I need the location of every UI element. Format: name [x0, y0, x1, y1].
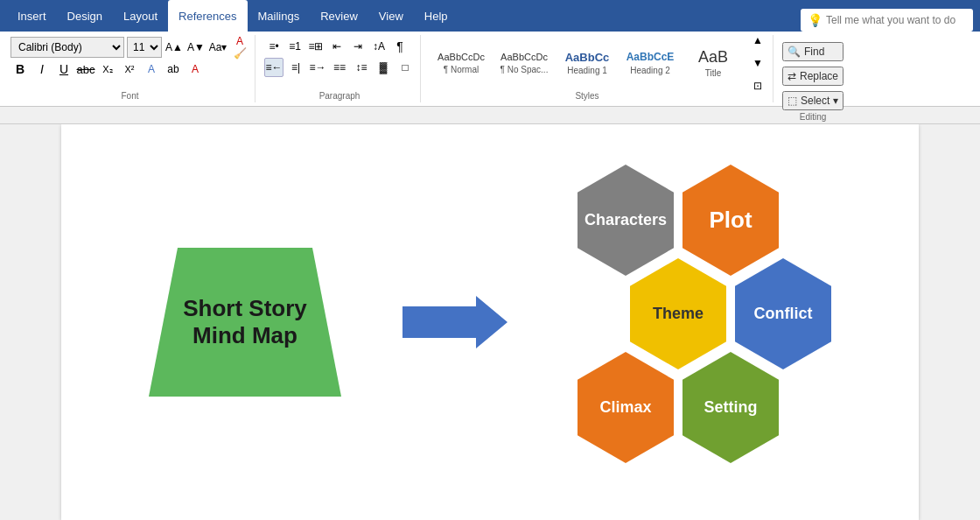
tab-help[interactable]: Help	[414, 0, 458, 32]
style-heading1-preview: AaBbCc	[565, 51, 610, 65]
document-area: Short Story Mind Map Characters Plot	[0, 124, 980, 520]
style-heading2-label: Heading 2	[630, 66, 670, 75]
styles-scroll-arrows: ▲ ▼ ⊡	[748, 31, 767, 108]
arrow-container	[402, 296, 508, 348]
paragraph-group-label: Paragraph	[264, 89, 415, 101]
lightbulb-icon: 💡	[808, 13, 822, 27]
decrease-indent-btn[interactable]: ⇤	[327, 37, 346, 56]
tell-me-bar[interactable]: 💡	[801, 9, 973, 32]
style-normal[interactable]: AaBbCcDc ¶ Normal	[430, 37, 493, 89]
style-heading2-preview: AaBbCcE	[626, 51, 675, 63]
find-btn[interactable]: 🔍 Find	[782, 42, 844, 61]
replace-btn[interactable]: ⇄ Replace	[782, 67, 844, 86]
hex-setting: Setting	[682, 352, 779, 463]
superscript-btn[interactable]: X²	[120, 60, 139, 79]
find-icon: 🔍	[788, 46, 801, 58]
bullets-btn[interactable]: ≡•	[264, 37, 284, 56]
hex-grid: Characters Plot Theme Conflict Climax Se…	[560, 165, 840, 480]
content-area: Short Story Mind Map Characters Plot	[114, 165, 866, 480]
editing-group-label: Editing	[782, 110, 844, 122]
change-case-btn[interactable]: Aa▾	[208, 38, 228, 57]
hex-characters: Characters	[578, 165, 674, 276]
text-highlight-btn[interactable]: ab	[164, 60, 183, 79]
style-title[interactable]: AaB Title	[682, 37, 745, 89]
styles-scroll-up[interactable]: ▲	[748, 31, 767, 50]
align-left-btn[interactable]: ≡←	[264, 58, 284, 77]
tab-design[interactable]: Design	[57, 0, 113, 32]
tab-view[interactable]: View	[368, 0, 414, 32]
ribbon: Insert Design Layout References Mailings…	[0, 0, 980, 107]
hex-conflict: Conflict	[735, 258, 831, 369]
style-no-spacing-preview: AaBbCcDc	[500, 52, 548, 63]
numbering-btn[interactable]: ≡1	[285, 37, 304, 56]
ribbon-tab-bar: Insert Design Layout References Mailings…	[0, 0, 980, 32]
bold-btn[interactable]: B	[10, 60, 30, 79]
style-title-label: Title	[705, 68, 722, 78]
editing-buttons: 🔍 Find ⇄ Replace ⬚ Select ▾	[782, 37, 844, 110]
line-spacing-btn[interactable]: ↕≡	[352, 58, 371, 77]
arrow-right	[402, 296, 508, 348]
justify-btn[interactable]: ≡≡	[330, 58, 349, 77]
border-btn[interactable]: □	[396, 58, 415, 77]
para-group-top: ≡• ≡1 ≡⊞ ⇤ ⇥ ↕A ¶	[264, 37, 415, 56]
tab-review[interactable]: Review	[310, 0, 368, 32]
tab-layout[interactable]: Layout	[113, 0, 168, 32]
subscript-btn[interactable]: X₂	[98, 60, 117, 79]
style-heading1-label: Heading 1	[567, 66, 607, 75]
styles-strip: AaBbCcDc ¶ Normal AaBbCcDc ¶ No Spac... …	[430, 37, 745, 89]
text-effects-btn[interactable]: A	[142, 60, 161, 79]
styles-content: AaBbCcDc ¶ Normal AaBbCcDc ¶ No Spac... …	[430, 37, 745, 101]
paragraph-group: ≡• ≡1 ≡⊞ ⇤ ⇥ ↕A ¶ ≡← ≡| ≡→ ≡≡ ↕≡ ▓ □ Par…	[259, 35, 421, 102]
style-normal-preview: AaBbCcDc	[438, 52, 485, 63]
font-group: Calibri (Body) 11 A▲ A▼ Aa▾ A🧹 B I U abc…	[5, 35, 256, 102]
align-right-btn[interactable]: ≡→	[308, 58, 327, 77]
hex-theme: Theme	[630, 258, 726, 369]
tab-insert[interactable]: Insert	[7, 0, 57, 32]
hex-climax: Climax	[578, 352, 674, 463]
ribbon-content: Calibri (Body) 11 A▲ A▼ Aa▾ A🧹 B I U abc…	[0, 32, 980, 107]
strikethrough-btn[interactable]: abc	[76, 60, 95, 79]
trapezoid-container: Short Story Mind Map	[140, 235, 350, 410]
style-title-preview: AaB	[698, 48, 728, 67]
tab-references[interactable]: References	[168, 0, 247, 32]
styles-scroll-down[interactable]: ▼	[748, 53, 767, 73]
styles-group: AaBbCcDc ¶ Normal AaBbCcDc ¶ No Spac... …	[424, 35, 774, 102]
style-normal-label: ¶ Normal	[444, 65, 479, 74]
styles-group-label: Styles	[430, 89, 745, 101]
align-center-btn[interactable]: ≡|	[286, 58, 305, 77]
tab-mailings[interactable]: Mailings	[248, 0, 311, 32]
replace-icon: ⇄	[788, 70, 796, 82]
tell-me-input[interactable]	[826, 14, 966, 26]
sort-btn[interactable]: ↕A	[369, 37, 388, 56]
para-align-row: ≡← ≡| ≡→ ≡≡ ↕≡ ▓ □	[264, 58, 415, 77]
font-name-select[interactable]: Calibri (Body)	[10, 37, 124, 58]
select-btn[interactable]: ⬚ Select ▾	[782, 91, 844, 110]
font-size-select[interactable]: 11	[127, 37, 162, 58]
shading-btn[interactable]: ▓	[374, 58, 393, 77]
italic-btn[interactable]: I	[32, 60, 52, 79]
decrease-font-btn[interactable]: A▼	[186, 38, 206, 57]
styles-more[interactable]: ⊡	[748, 76, 767, 95]
style-heading2[interactable]: AaBbCcE Heading 2	[619, 37, 682, 89]
increase-font-btn[interactable]: A▲	[164, 38, 184, 57]
show-para-marks-btn[interactable]: ¶	[390, 37, 410, 56]
select-icon: ⬚	[788, 95, 797, 107]
document-page: Short Story Mind Map Characters Plot	[61, 124, 919, 520]
font-group-top: Calibri (Body) 11 A▲ A▼ Aa▾ A🧹	[10, 37, 249, 58]
trapezoid-shape: Short Story Mind Map	[149, 248, 341, 397]
style-heading1[interactable]: AaBbCc Heading 1	[556, 37, 619, 89]
style-no-spacing[interactable]: AaBbCcDc ¶ No Spac...	[493, 37, 556, 89]
editing-group: 🔍 Find ⇄ Replace ⬚ Select ▾ Editing	[777, 35, 849, 102]
font-format-row: B I U abc X₂ X² A ab A	[10, 60, 249, 79]
style-no-spacing-label: ¶ No Spac...	[500, 65, 549, 74]
multilevel-btn[interactable]: ≡⊞	[306, 37, 326, 56]
trapezoid-text: Short Story Mind Map	[174, 286, 316, 358]
increase-indent-btn[interactable]: ⇥	[348, 37, 368, 56]
font-group-label: Font	[10, 89, 249, 101]
clear-format-btn[interactable]: A🧹	[230, 38, 249, 57]
font-color-btn[interactable]: A	[186, 60, 205, 79]
hex-plot: Plot	[682, 165, 779, 276]
underline-btn[interactable]: U	[54, 60, 74, 79]
